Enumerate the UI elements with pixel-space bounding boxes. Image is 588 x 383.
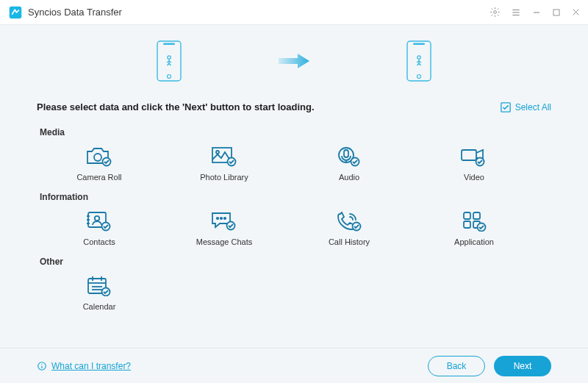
target-device-icon <box>406 40 431 82</box>
close-icon[interactable] <box>571 7 581 17</box>
calendar-icon <box>83 273 115 296</box>
item-call-history[interactable]: Call History <box>287 208 412 248</box>
section-other-title: Other <box>40 257 551 267</box>
item-label: Message Chats <box>196 237 252 246</box>
svg-rect-41 <box>464 221 470 228</box>
section-information-title: Information <box>40 192 551 202</box>
settings-icon[interactable] <box>490 7 501 18</box>
svg-point-35 <box>220 218 222 219</box>
select-all-label: Select All <box>515 102 551 112</box>
item-label: Call History <box>329 237 370 246</box>
device-illustration <box>0 32 588 90</box>
next-button[interactable]: Next <box>494 356 551 376</box>
item-photo-library[interactable]: Photo Library <box>162 143 287 183</box>
item-label: Audio <box>333 173 365 182</box>
item-label: Photo Library <box>200 173 248 182</box>
audio-icon <box>333 143 365 167</box>
svg-rect-26 <box>462 150 476 160</box>
apps-icon <box>458 208 490 232</box>
menu-icon[interactable] <box>511 7 521 18</box>
svg-point-18 <box>94 154 101 161</box>
item-contacts[interactable]: Contacts <box>37 208 162 248</box>
svg-point-15 <box>417 75 421 79</box>
contacts-icon <box>83 208 115 232</box>
svg-point-34 <box>217 218 218 219</box>
item-label: Camera Roll <box>76 173 121 182</box>
item-audio[interactable]: Audio <box>287 143 412 183</box>
item-label: Application <box>454 237 494 246</box>
svg-rect-24 <box>344 150 348 157</box>
video-icon <box>458 143 490 167</box>
svg-rect-39 <box>464 212 470 219</box>
item-label: Video <box>458 173 490 182</box>
checkbox-checked-icon <box>501 102 511 112</box>
svg-point-32 <box>95 216 99 221</box>
svg-rect-6 <box>553 10 559 15</box>
camera-icon <box>83 143 115 167</box>
svg-point-11 <box>168 75 171 79</box>
help-link[interactable]: What can I transfer? <box>37 361 419 371</box>
app-title: Syncios Data Transfer <box>28 7 490 18</box>
svg-rect-0 <box>10 6 22 18</box>
help-link-label: What can I transfer? <box>51 361 131 371</box>
svg-point-36 <box>224 218 226 219</box>
item-message-chats[interactable]: Message Chats <box>162 208 287 248</box>
app-logo-icon <box>9 6 22 19</box>
item-application[interactable]: Application <box>412 208 537 248</box>
item-label: Calendar <box>83 302 116 311</box>
svg-point-1 <box>494 11 497 14</box>
svg-point-21 <box>216 151 219 154</box>
info-icon <box>37 361 47 371</box>
call-icon <box>333 208 365 232</box>
back-button[interactable]: Back <box>428 356 485 376</box>
svg-rect-40 <box>473 212 480 219</box>
message-icon <box>208 208 240 232</box>
photo-icon <box>208 143 240 167</box>
transfer-arrow-icon <box>277 53 311 69</box>
item-calendar[interactable]: Calendar <box>37 273 162 312</box>
section-media-title: Media <box>40 127 551 137</box>
svg-point-16 <box>417 56 420 59</box>
instruction-text: Please select data and click the 'Next' … <box>37 101 315 112</box>
maximize-icon[interactable] <box>552 8 561 17</box>
titlebar: Syncios Data Transfer <box>0 0 588 25</box>
source-device-icon <box>157 40 182 82</box>
select-all-toggle[interactable]: Select All <box>501 102 551 112</box>
footer: What can I transfer? Back Next <box>0 348 588 383</box>
svg-rect-10 <box>163 43 175 45</box>
svg-rect-14 <box>413 43 425 45</box>
item-video[interactable]: Video <box>412 143 537 183</box>
item-label: Contacts <box>83 237 115 246</box>
svg-point-12 <box>168 56 171 59</box>
item-camera-roll[interactable]: Camera Roll <box>37 143 162 183</box>
svg-point-53 <box>41 363 42 364</box>
minimize-icon[interactable] <box>531 7 542 18</box>
